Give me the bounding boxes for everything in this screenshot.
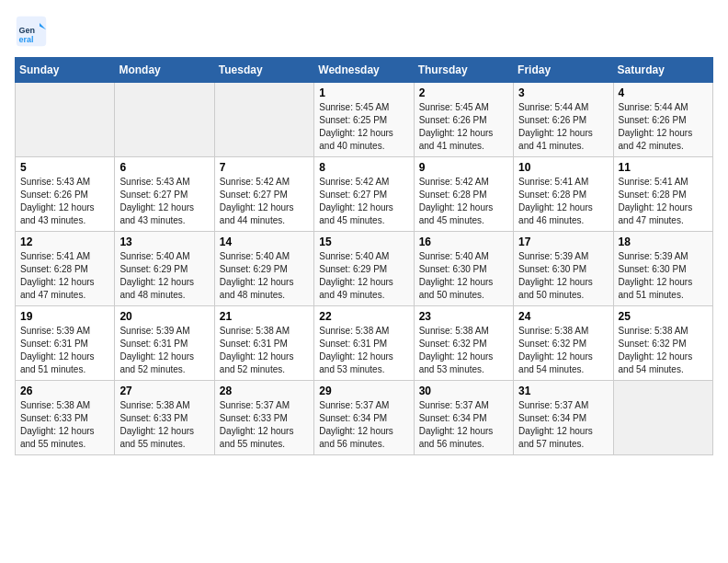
calendar-header-row: SundayMondayTuesdayWednesdayThursdayFrid…	[16, 58, 713, 83]
calendar-cell: 7Sunrise: 5:42 AM Sunset: 6:27 PM Daylig…	[214, 157, 313, 232]
weekday-header: Wednesday	[314, 58, 414, 83]
day-info: Sunrise: 5:37 AM Sunset: 6:34 PM Dayligh…	[419, 399, 508, 451]
calendar-cell: 5Sunrise: 5:43 AM Sunset: 6:26 PM Daylig…	[16, 157, 115, 232]
calendar-week-row: 19Sunrise: 5:39 AM Sunset: 6:31 PM Dayli…	[16, 306, 713, 381]
weekday-header: Saturday	[613, 58, 712, 83]
day-number: 19	[20, 310, 109, 323]
day-number: 13	[119, 236, 209, 248]
day-info: Sunrise: 5:45 AM Sunset: 6:26 PM Dayligh…	[419, 101, 508, 153]
day-info: Sunrise: 5:40 AM Sunset: 6:29 PM Dayligh…	[119, 250, 209, 302]
weekday-header: Monday	[115, 58, 214, 83]
day-info: Sunrise: 5:38 AM Sunset: 6:32 PM Dayligh…	[419, 325, 508, 376]
day-number: 11	[619, 161, 708, 174]
weekday-header: Sunday	[16, 58, 115, 83]
day-info: Sunrise: 5:37 AM Sunset: 6:33 PM Dayligh…	[220, 399, 309, 451]
logo: Gen eral	[15, 15, 51, 48]
day-info: Sunrise: 5:37 AM Sunset: 6:34 PM Dayligh…	[319, 399, 408, 451]
calendar-cell: 14Sunrise: 5:40 AM Sunset: 6:29 PM Dayli…	[214, 232, 313, 306]
calendar-cell: 17Sunrise: 5:39 AM Sunset: 6:30 PM Dayli…	[514, 232, 613, 306]
logo-icon: Gen eral	[15, 15, 48, 48]
calendar-cell: 21Sunrise: 5:38 AM Sunset: 6:31 PM Dayli…	[214, 306, 313, 381]
page-header: Gen eral	[15, 15, 713, 48]
day-info: Sunrise: 5:43 AM Sunset: 6:27 PM Dayligh…	[119, 176, 209, 227]
calendar-week-row: 5Sunrise: 5:43 AM Sunset: 6:26 PM Daylig…	[16, 157, 713, 232]
day-number: 30	[419, 385, 508, 397]
day-info: Sunrise: 5:45 AM Sunset: 6:25 PM Dayligh…	[319, 101, 408, 153]
calendar-cell: 13Sunrise: 5:40 AM Sunset: 6:29 PM Dayli…	[115, 232, 214, 306]
day-number: 6	[119, 161, 209, 174]
calendar-cell: 10Sunrise: 5:41 AM Sunset: 6:28 PM Dayli…	[514, 157, 613, 232]
calendar-cell: 12Sunrise: 5:41 AM Sunset: 6:28 PM Dayli…	[16, 232, 115, 306]
calendar-week-row: 1Sunrise: 5:45 AM Sunset: 6:25 PM Daylig…	[16, 83, 713, 157]
day-info: Sunrise: 5:39 AM Sunset: 6:30 PM Dayligh…	[619, 250, 708, 302]
day-number: 27	[119, 385, 209, 397]
calendar-cell: 1Sunrise: 5:45 AM Sunset: 6:25 PM Daylig…	[314, 83, 414, 157]
day-info: Sunrise: 5:38 AM Sunset: 6:33 PM Dayligh…	[119, 399, 209, 451]
calendar-cell: 23Sunrise: 5:38 AM Sunset: 6:32 PM Dayli…	[414, 306, 513, 381]
calendar-cell: 22Sunrise: 5:38 AM Sunset: 6:31 PM Dayli…	[314, 306, 414, 381]
calendar-week-row: 26Sunrise: 5:38 AM Sunset: 6:33 PM Dayli…	[16, 381, 713, 455]
day-info: Sunrise: 5:38 AM Sunset: 6:31 PM Dayligh…	[220, 325, 309, 376]
day-number: 7	[220, 161, 309, 174]
day-number: 28	[220, 385, 309, 397]
calendar-cell: 6Sunrise: 5:43 AM Sunset: 6:27 PM Daylig…	[115, 157, 214, 232]
day-number: 4	[619, 86, 708, 99]
calendar-cell: 8Sunrise: 5:42 AM Sunset: 6:27 PM Daylig…	[314, 157, 414, 232]
calendar-cell	[16, 83, 115, 157]
day-number: 8	[319, 161, 408, 174]
day-number: 21	[220, 310, 309, 323]
calendar-week-row: 12Sunrise: 5:41 AM Sunset: 6:28 PM Dayli…	[16, 232, 713, 306]
day-number: 18	[619, 236, 708, 248]
calendar-cell: 24Sunrise: 5:38 AM Sunset: 6:32 PM Dayli…	[514, 306, 613, 381]
weekday-header: Tuesday	[214, 58, 313, 83]
day-info: Sunrise: 5:39 AM Sunset: 6:31 PM Dayligh…	[20, 325, 109, 376]
svg-text:Gen: Gen	[19, 26, 36, 35]
day-info: Sunrise: 5:42 AM Sunset: 6:28 PM Dayligh…	[419, 176, 508, 227]
day-info: Sunrise: 5:38 AM Sunset: 6:32 PM Dayligh…	[518, 325, 608, 376]
calendar-cell	[214, 83, 313, 157]
day-number: 25	[619, 310, 708, 323]
calendar-cell: 27Sunrise: 5:38 AM Sunset: 6:33 PM Dayli…	[115, 381, 214, 455]
day-info: Sunrise: 5:37 AM Sunset: 6:34 PM Dayligh…	[518, 399, 608, 451]
day-number: 5	[20, 161, 109, 174]
day-number: 22	[319, 310, 408, 323]
day-number: 24	[518, 310, 608, 323]
day-number: 3	[518, 86, 608, 99]
calendar-table: SundayMondayTuesdayWednesdayThursdayFrid…	[15, 57, 713, 455]
calendar-cell: 9Sunrise: 5:42 AM Sunset: 6:28 PM Daylig…	[414, 157, 513, 232]
day-number: 31	[518, 385, 608, 397]
calendar-cell: 20Sunrise: 5:39 AM Sunset: 6:31 PM Dayli…	[115, 306, 214, 381]
calendar-cell: 25Sunrise: 5:38 AM Sunset: 6:32 PM Dayli…	[613, 306, 712, 381]
calendar-cell: 31Sunrise: 5:37 AM Sunset: 6:34 PM Dayli…	[514, 381, 613, 455]
day-number: 17	[518, 236, 608, 248]
day-info: Sunrise: 5:40 AM Sunset: 6:30 PM Dayligh…	[419, 250, 508, 302]
calendar-cell: 4Sunrise: 5:44 AM Sunset: 6:26 PM Daylig…	[613, 83, 712, 157]
day-number: 20	[119, 310, 209, 323]
day-info: Sunrise: 5:38 AM Sunset: 6:33 PM Dayligh…	[20, 399, 109, 451]
weekday-header: Thursday	[414, 58, 513, 83]
day-number: 16	[419, 236, 508, 248]
day-info: Sunrise: 5:41 AM Sunset: 6:28 PM Dayligh…	[619, 176, 708, 227]
day-number: 1	[319, 86, 408, 99]
calendar-body: 1Sunrise: 5:45 AM Sunset: 6:25 PM Daylig…	[16, 83, 713, 455]
day-info: Sunrise: 5:39 AM Sunset: 6:30 PM Dayligh…	[518, 250, 608, 302]
day-number: 14	[220, 236, 309, 248]
day-info: Sunrise: 5:41 AM Sunset: 6:28 PM Dayligh…	[518, 176, 608, 227]
calendar-cell: 15Sunrise: 5:40 AM Sunset: 6:29 PM Dayli…	[314, 232, 414, 306]
calendar-cell: 11Sunrise: 5:41 AM Sunset: 6:28 PM Dayli…	[613, 157, 712, 232]
day-number: 29	[319, 385, 408, 397]
calendar-cell: 28Sunrise: 5:37 AM Sunset: 6:33 PM Dayli…	[214, 381, 313, 455]
calendar-cell: 16Sunrise: 5:40 AM Sunset: 6:30 PM Dayli…	[414, 232, 513, 306]
day-info: Sunrise: 5:44 AM Sunset: 6:26 PM Dayligh…	[518, 101, 608, 153]
day-info: Sunrise: 5:41 AM Sunset: 6:28 PM Dayligh…	[20, 250, 109, 302]
day-info: Sunrise: 5:38 AM Sunset: 6:31 PM Dayligh…	[319, 325, 408, 376]
calendar-cell: 3Sunrise: 5:44 AM Sunset: 6:26 PM Daylig…	[514, 83, 613, 157]
day-number: 15	[319, 236, 408, 248]
calendar-cell: 2Sunrise: 5:45 AM Sunset: 6:26 PM Daylig…	[414, 83, 513, 157]
day-number: 10	[518, 161, 608, 174]
day-info: Sunrise: 5:44 AM Sunset: 6:26 PM Dayligh…	[619, 101, 708, 153]
calendar-cell	[115, 83, 214, 157]
day-info: Sunrise: 5:40 AM Sunset: 6:29 PM Dayligh…	[220, 250, 309, 302]
day-info: Sunrise: 5:40 AM Sunset: 6:29 PM Dayligh…	[319, 250, 408, 302]
calendar-cell: 26Sunrise: 5:38 AM Sunset: 6:33 PM Dayli…	[16, 381, 115, 455]
